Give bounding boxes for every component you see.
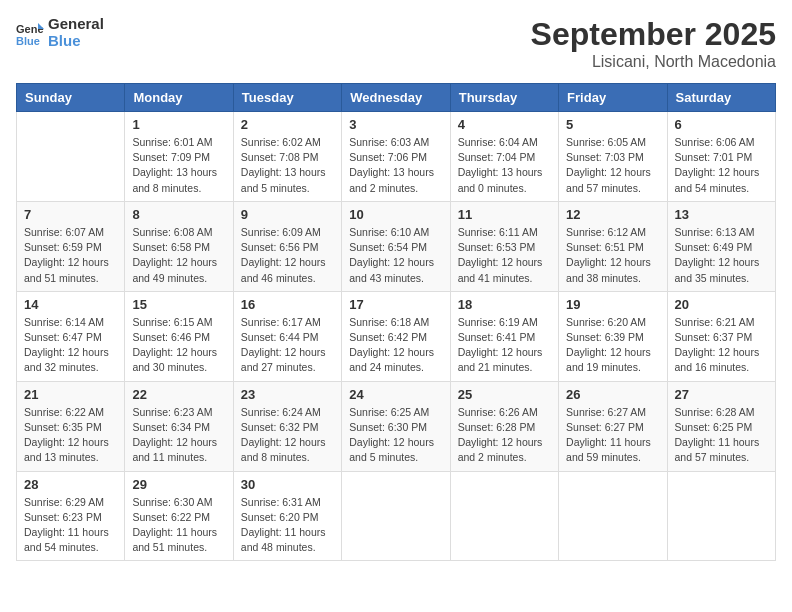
calendar-cell: 29Sunrise: 6:30 AMSunset: 6:22 PMDayligh… xyxy=(125,471,233,561)
weekday-header-cell: Wednesday xyxy=(342,84,450,112)
day-info: Sunrise: 6:25 AMSunset: 6:30 PMDaylight:… xyxy=(349,405,442,466)
calendar-body: 1Sunrise: 6:01 AMSunset: 7:09 PMDaylight… xyxy=(17,112,776,561)
calendar-cell: 16Sunrise: 6:17 AMSunset: 6:44 PMDayligh… xyxy=(233,291,341,381)
day-number: 18 xyxy=(458,297,551,312)
day-info: Sunrise: 6:27 AMSunset: 6:27 PMDaylight:… xyxy=(566,405,659,466)
day-number: 24 xyxy=(349,387,442,402)
day-number: 16 xyxy=(241,297,334,312)
day-number: 4 xyxy=(458,117,551,132)
day-info: Sunrise: 6:28 AMSunset: 6:25 PMDaylight:… xyxy=(675,405,768,466)
calendar-cell: 13Sunrise: 6:13 AMSunset: 6:49 PMDayligh… xyxy=(667,201,775,291)
weekday-header-row: SundayMondayTuesdayWednesdayThursdayFrid… xyxy=(17,84,776,112)
calendar-cell: 17Sunrise: 6:18 AMSunset: 6:42 PMDayligh… xyxy=(342,291,450,381)
day-info: Sunrise: 6:12 AMSunset: 6:51 PMDaylight:… xyxy=(566,225,659,286)
day-number: 8 xyxy=(132,207,225,222)
day-info: Sunrise: 6:18 AMSunset: 6:42 PMDaylight:… xyxy=(349,315,442,376)
day-info: Sunrise: 6:29 AMSunset: 6:23 PMDaylight:… xyxy=(24,495,117,556)
day-info: Sunrise: 6:31 AMSunset: 6:20 PMDaylight:… xyxy=(241,495,334,556)
calendar-week-row: 14Sunrise: 6:14 AMSunset: 6:47 PMDayligh… xyxy=(17,291,776,381)
calendar-cell xyxy=(342,471,450,561)
day-number: 21 xyxy=(24,387,117,402)
day-info: Sunrise: 6:14 AMSunset: 6:47 PMDaylight:… xyxy=(24,315,117,376)
day-number: 15 xyxy=(132,297,225,312)
calendar-cell: 20Sunrise: 6:21 AMSunset: 6:37 PMDayligh… xyxy=(667,291,775,381)
calendar-cell: 9Sunrise: 6:09 AMSunset: 6:56 PMDaylight… xyxy=(233,201,341,291)
day-info: Sunrise: 6:23 AMSunset: 6:34 PMDaylight:… xyxy=(132,405,225,466)
calendar-cell: 19Sunrise: 6:20 AMSunset: 6:39 PMDayligh… xyxy=(559,291,667,381)
calendar-cell: 15Sunrise: 6:15 AMSunset: 6:46 PMDayligh… xyxy=(125,291,233,381)
calendar-cell: 6Sunrise: 6:06 AMSunset: 7:01 PMDaylight… xyxy=(667,112,775,202)
calendar-cell: 18Sunrise: 6:19 AMSunset: 6:41 PMDayligh… xyxy=(450,291,558,381)
calendar-cell: 11Sunrise: 6:11 AMSunset: 6:53 PMDayligh… xyxy=(450,201,558,291)
day-info: Sunrise: 6:03 AMSunset: 7:06 PMDaylight:… xyxy=(349,135,442,196)
calendar-cell: 22Sunrise: 6:23 AMSunset: 6:34 PMDayligh… xyxy=(125,381,233,471)
day-info: Sunrise: 6:17 AMSunset: 6:44 PMDaylight:… xyxy=(241,315,334,376)
calendar-cell: 3Sunrise: 6:03 AMSunset: 7:06 PMDaylight… xyxy=(342,112,450,202)
logo-icon: General Blue xyxy=(16,19,44,47)
calendar-week-row: 7Sunrise: 6:07 AMSunset: 6:59 PMDaylight… xyxy=(17,201,776,291)
calendar-cell: 2Sunrise: 6:02 AMSunset: 7:08 PMDaylight… xyxy=(233,112,341,202)
calendar-cell: 5Sunrise: 6:05 AMSunset: 7:03 PMDaylight… xyxy=(559,112,667,202)
logo-blue-text: Blue xyxy=(48,33,104,50)
day-info: Sunrise: 6:09 AMSunset: 6:56 PMDaylight:… xyxy=(241,225,334,286)
svg-text:Blue: Blue xyxy=(16,35,40,47)
day-info: Sunrise: 6:06 AMSunset: 7:01 PMDaylight:… xyxy=(675,135,768,196)
calendar-cell: 27Sunrise: 6:28 AMSunset: 6:25 PMDayligh… xyxy=(667,381,775,471)
day-number: 25 xyxy=(458,387,551,402)
day-number: 28 xyxy=(24,477,117,492)
calendar-cell xyxy=(450,471,558,561)
day-number: 23 xyxy=(241,387,334,402)
day-info: Sunrise: 6:05 AMSunset: 7:03 PMDaylight:… xyxy=(566,135,659,196)
day-number: 5 xyxy=(566,117,659,132)
day-number: 1 xyxy=(132,117,225,132)
calendar-cell: 14Sunrise: 6:14 AMSunset: 6:47 PMDayligh… xyxy=(17,291,125,381)
day-info: Sunrise: 6:02 AMSunset: 7:08 PMDaylight:… xyxy=(241,135,334,196)
weekday-header-cell: Sunday xyxy=(17,84,125,112)
calendar-cell: 23Sunrise: 6:24 AMSunset: 6:32 PMDayligh… xyxy=(233,381,341,471)
title-block: September 2025 Lisicani, North Macedonia xyxy=(531,16,776,71)
weekday-header-cell: Tuesday xyxy=(233,84,341,112)
day-number: 10 xyxy=(349,207,442,222)
calendar-cell: 28Sunrise: 6:29 AMSunset: 6:23 PMDayligh… xyxy=(17,471,125,561)
day-number: 30 xyxy=(241,477,334,492)
day-info: Sunrise: 6:21 AMSunset: 6:37 PMDaylight:… xyxy=(675,315,768,376)
day-info: Sunrise: 6:26 AMSunset: 6:28 PMDaylight:… xyxy=(458,405,551,466)
calendar-week-row: 1Sunrise: 6:01 AMSunset: 7:09 PMDaylight… xyxy=(17,112,776,202)
day-info: Sunrise: 6:20 AMSunset: 6:39 PMDaylight:… xyxy=(566,315,659,376)
month-title: September 2025 xyxy=(531,16,776,53)
calendar-cell: 25Sunrise: 6:26 AMSunset: 6:28 PMDayligh… xyxy=(450,381,558,471)
calendar-week-row: 21Sunrise: 6:22 AMSunset: 6:35 PMDayligh… xyxy=(17,381,776,471)
day-info: Sunrise: 6:08 AMSunset: 6:58 PMDaylight:… xyxy=(132,225,225,286)
day-number: 13 xyxy=(675,207,768,222)
calendar-cell: 24Sunrise: 6:25 AMSunset: 6:30 PMDayligh… xyxy=(342,381,450,471)
logo: General Blue General Blue xyxy=(16,16,104,49)
calendar-cell xyxy=(17,112,125,202)
day-number: 26 xyxy=(566,387,659,402)
calendar-cell: 30Sunrise: 6:31 AMSunset: 6:20 PMDayligh… xyxy=(233,471,341,561)
day-number: 14 xyxy=(24,297,117,312)
day-info: Sunrise: 6:10 AMSunset: 6:54 PMDaylight:… xyxy=(349,225,442,286)
day-info: Sunrise: 6:30 AMSunset: 6:22 PMDaylight:… xyxy=(132,495,225,556)
calendar-cell: 8Sunrise: 6:08 AMSunset: 6:58 PMDaylight… xyxy=(125,201,233,291)
day-info: Sunrise: 6:24 AMSunset: 6:32 PMDaylight:… xyxy=(241,405,334,466)
calendar-week-row: 28Sunrise: 6:29 AMSunset: 6:23 PMDayligh… xyxy=(17,471,776,561)
day-number: 11 xyxy=(458,207,551,222)
weekday-header-cell: Thursday xyxy=(450,84,558,112)
logo-general-text: General xyxy=(48,16,104,33)
day-info: Sunrise: 6:22 AMSunset: 6:35 PMDaylight:… xyxy=(24,405,117,466)
day-info: Sunrise: 6:19 AMSunset: 6:41 PMDaylight:… xyxy=(458,315,551,376)
day-number: 19 xyxy=(566,297,659,312)
calendar-cell xyxy=(667,471,775,561)
weekday-header-cell: Monday xyxy=(125,84,233,112)
calendar-cell: 7Sunrise: 6:07 AMSunset: 6:59 PMDaylight… xyxy=(17,201,125,291)
day-number: 9 xyxy=(241,207,334,222)
day-info: Sunrise: 6:13 AMSunset: 6:49 PMDaylight:… xyxy=(675,225,768,286)
day-info: Sunrise: 6:01 AMSunset: 7:09 PMDaylight:… xyxy=(132,135,225,196)
day-number: 17 xyxy=(349,297,442,312)
day-number: 29 xyxy=(132,477,225,492)
day-number: 3 xyxy=(349,117,442,132)
calendar-cell xyxy=(559,471,667,561)
page-header: General Blue General Blue September 2025… xyxy=(16,16,776,71)
day-number: 2 xyxy=(241,117,334,132)
weekday-header-cell: Friday xyxy=(559,84,667,112)
